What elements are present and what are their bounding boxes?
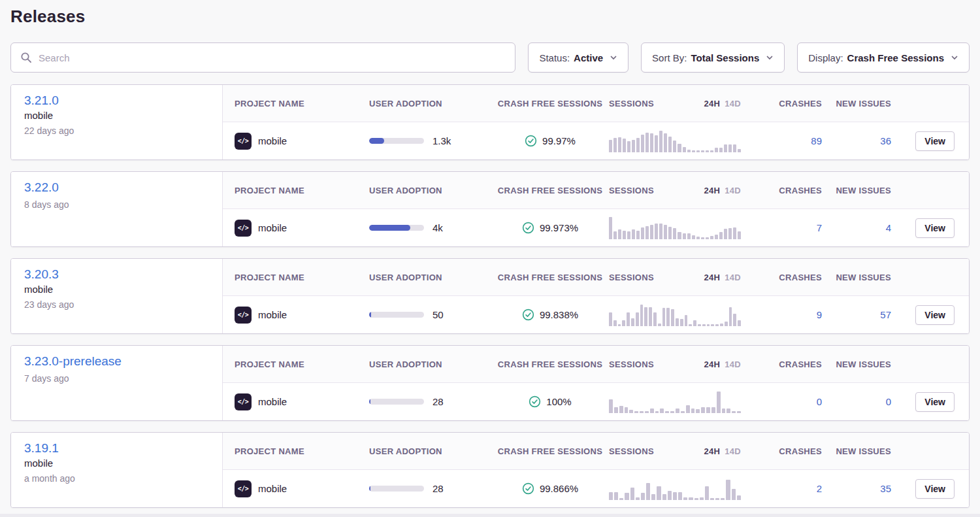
col-header-sessions: SESSIONS 24H 14D (609, 446, 759, 456)
release-card: 3.20.3 mobile 23 days ago PROJECT NAME U… (10, 258, 970, 334)
sparkline-bar (673, 228, 676, 239)
col-header-crashes: CRASHES (759, 186, 822, 195)
search-input[interactable] (39, 52, 506, 63)
new-issues-count-link[interactable]: 35 (822, 483, 891, 494)
view-release-button[interactable]: View (915, 131, 955, 151)
range-14d-toggle[interactable]: 14D (725, 186, 741, 195)
check-circle-icon (522, 222, 534, 234)
sessions-cell (609, 217, 759, 239)
sparkline-bar (627, 231, 630, 239)
release-age: 23 days ago (24, 299, 209, 310)
sparkline-bar (655, 224, 658, 239)
release-version-link[interactable]: 3.20.3 (24, 267, 59, 282)
user-adoption-cell: 4k (369, 222, 491, 233)
sparkline-bar (646, 483, 650, 500)
sessions-sparkline-chart (609, 304, 741, 326)
new-issues-count-link[interactable]: 0 (822, 396, 891, 407)
view-release-button[interactable]: View (915, 392, 955, 412)
sparkline-bar (650, 225, 653, 239)
user-adoption-cell: 28 (369, 396, 491, 407)
project-cell[interactable]: </> mobile (235, 220, 369, 237)
sparkline-bar (625, 493, 629, 499)
status-dropdown[interactable]: Status: Active (528, 42, 629, 73)
check-circle-icon (525, 135, 537, 147)
sparkline-bar (636, 138, 640, 152)
crashes-count-link[interactable]: 0 (759, 396, 822, 407)
range-24h-toggle[interactable]: 24H (704, 446, 721, 456)
sparkline-bar (678, 492, 682, 500)
release-version-link[interactable]: 3.19.1 (24, 441, 59, 456)
project-name: mobile (258, 222, 287, 233)
col-header-user-adoption: USER ADOPTION (369, 186, 491, 195)
sessions-range-toggle: 24H 14D (704, 99, 742, 108)
col-header-crashes: CRASHES (759, 99, 822, 108)
sparkline-bar (618, 137, 621, 152)
range-24h-toggle[interactable]: 24H (704, 359, 721, 369)
view-release-button[interactable]: View (915, 479, 955, 499)
project-cell[interactable]: </> mobile (235, 480, 369, 497)
sparkline-bar (659, 224, 662, 239)
sparkline-bar (715, 235, 718, 239)
sessions-range-toggle: 24H 14D (704, 273, 742, 282)
sparkline-bar (680, 319, 683, 325)
display-dropdown[interactable]: Display: Crash Free Sessions (797, 42, 970, 73)
release-version-link[interactable]: 3.21.0 (24, 93, 59, 108)
sparkline-bar (655, 411, 659, 413)
release-version-link[interactable]: 3.23.0-prerelease (24, 354, 122, 369)
sparkline-bar (724, 144, 727, 152)
sparkline-bar (700, 497, 704, 499)
crashes-count-link[interactable]: 2 (759, 483, 822, 494)
project-cell[interactable]: </> mobile (235, 133, 369, 150)
adoption-progress-bar (369, 312, 424, 318)
sort-by-dropdown[interactable]: Sort By: Total Sessions (641, 42, 785, 73)
release-card: 3.23.0-prerelease 7 days ago PROJECT NAM… (10, 345, 970, 421)
crash-free-cell: 99.866% (491, 482, 609, 495)
sparkline-bar (636, 312, 639, 325)
sparkline-bar (632, 229, 635, 239)
range-14d-toggle[interactable]: 14D (725, 359, 741, 369)
sparkline-bar (687, 233, 691, 239)
release-table: PROJECT NAME USER ADOPTION CRASH FREE SE… (223, 85, 969, 159)
new-issues-count-link[interactable]: 36 (822, 135, 891, 146)
project-name: mobile (258, 135, 287, 146)
sparkline-bar (636, 231, 640, 239)
release-age: a month ago (24, 473, 209, 484)
range-24h-toggle[interactable]: 24H (704, 99, 721, 108)
view-cell: View (891, 305, 955, 325)
col-header-user-adoption: USER ADOPTION (369, 99, 491, 108)
new-issues-count-link[interactable]: 4 (822, 222, 891, 233)
sparkline-bar (618, 324, 621, 326)
crashes-count-link[interactable]: 89 (759, 135, 822, 146)
project-cell[interactable]: </> mobile (235, 393, 369, 410)
col-header-new-issues: NEW ISSUES (822, 186, 891, 195)
new-issues-count-link[interactable]: 57 (822, 309, 891, 320)
range-24h-toggle[interactable]: 24H (704, 186, 721, 195)
range-14d-toggle[interactable]: 14D (725, 273, 741, 282)
view-release-button[interactable]: View (915, 218, 955, 238)
col-header-crashes: CRASHES (759, 273, 822, 282)
check-circle-icon (522, 482, 534, 495)
sparkline-bar (732, 489, 736, 500)
view-release-button[interactable]: View (915, 305, 955, 325)
range-14d-toggle[interactable]: 14D (725, 446, 741, 456)
display-dropdown-label: Display: (808, 52, 843, 63)
col-header-crash-free-sessions: CRASH FREE SESSIONS (491, 99, 609, 108)
search-icon (20, 52, 32, 63)
sessions-cell (609, 130, 759, 152)
adoption-progress-fill (369, 138, 384, 144)
release-version-link[interactable]: 3.22.0 (24, 180, 59, 195)
search-box[interactable] (10, 42, 515, 73)
code-platform-icon: </> (235, 307, 252, 324)
crashes-count-link[interactable]: 7 (759, 222, 822, 233)
crash-free-cell: 99.973% (491, 222, 609, 234)
col-header-sessions: SESSIONS 24H 14D (609, 273, 759, 282)
project-cell[interactable]: </> mobile (235, 307, 369, 324)
crashes-count-link[interactable]: 9 (759, 309, 822, 320)
sparkline-bar (706, 407, 710, 413)
sparkline-bar (738, 320, 741, 326)
release-list: 3.21.0 mobile 22 days ago PROJECT NAME U… (10, 84, 970, 508)
range-24h-toggle[interactable]: 24H (704, 273, 721, 282)
sparkline-bar (627, 312, 630, 325)
sparkline-bar (676, 318, 679, 326)
range-14d-toggle[interactable]: 14D (725, 99, 741, 108)
